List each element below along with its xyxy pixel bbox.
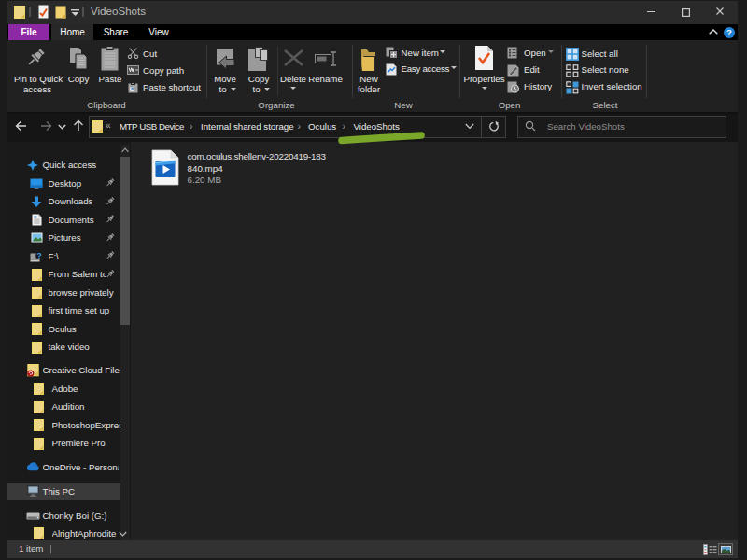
svg-text:?: ? [36,251,41,260]
